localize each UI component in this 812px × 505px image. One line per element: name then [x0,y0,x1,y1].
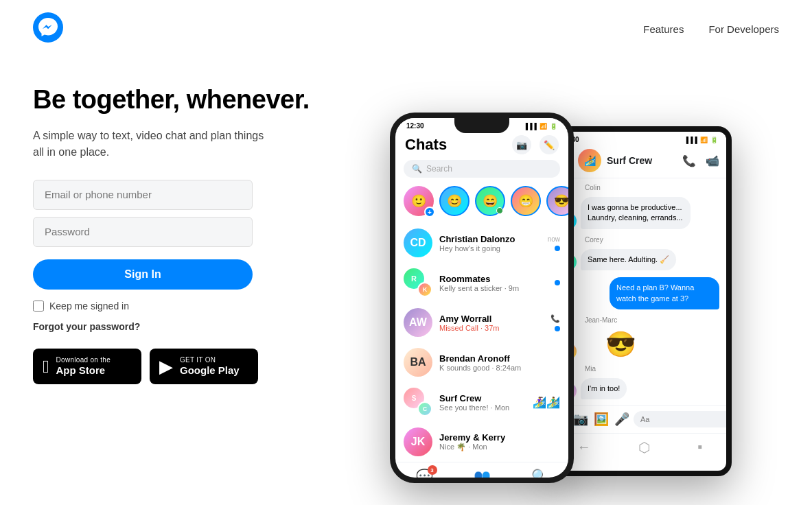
input-bar: ⠿ 📷 🖼️ 🎤 🙂 ⭐ [553,405,726,433]
chat-item[interactable]: R K Roommates Kelly sent a sticker · 9m [395,263,568,303]
unread-indicator [555,280,560,285]
message-bubble: I'm in too! [581,378,627,399]
msg-sender-name: Mia [585,365,719,373]
message-input[interactable] [634,411,732,427]
msg-sender-name: Corey [585,236,719,244]
camera-icon[interactable]: 📷 [512,135,531,154]
status-icons-2: ▐▐▐ 📶 🔋 [684,137,718,143]
search-bar[interactable]: 🔍 Search [404,160,560,178]
nav-recents-icon[interactable]: ▪ [697,439,702,456]
store-buttons:  Download on the App Store ▶ GET IT ON … [33,349,321,384]
chat-name: Jeremy & Kerry [439,432,560,443]
nav-discover-icon[interactable]: 🔍 [531,468,548,483]
msg-row: J 😎 [560,329,719,360]
msg-row: C Same here. Adulting. 🧹 [560,249,719,270]
chats-title: Chats [405,136,447,154]
chat-avatar: BA [404,348,432,377]
story-avatar-1[interactable]: 😊 [439,186,469,216]
msg-row: M I'm in too! [560,378,719,399]
chat-preview: See you there! · Mon [439,403,526,412]
nav-back-icon[interactable]: ← [577,439,591,456]
keep-signed-in-row: Keep me signed in [33,301,321,312]
chat-item[interactable]: S C Surf Crew See you there! · Mon 🏄‍♀️🏄… [395,382,568,422]
chat-header-actions: 📞 📹 [682,154,719,167]
nav-home-icon[interactable]: ⬡ [638,439,650,456]
chat-avatar: AW [404,308,432,337]
developers-link[interactable]: For Developers [708,23,779,35]
chat-name: Surf Crew [439,393,526,403]
chat-item[interactable]: JK Jeremy & Kerry Nice 🌴 · Mon [395,422,568,462]
message-bubble: I was gonna be productive... Laundry, cl… [581,197,691,229]
chat-item[interactable]: AW Amy Worrall Missed Call · 37m 📞 [395,303,568,342]
status-bar-2: 12:30 ▐▐▐ 📶 🔋 [553,132,726,145]
unread-indicator [555,246,560,251]
features-link[interactable]: Features [643,23,684,35]
group-chat-header: ← 🏄 Surf Crew 📞 📹 [553,145,726,178]
group-avatar: R K [404,268,432,297]
page-title: Be together, whenever. [33,85,321,115]
nav-chats-icon[interactable]: 💬 3 [416,468,433,483]
story-avatar-own[interactable]: 🙂 + [404,186,434,216]
phone-group-chat: 12:30 ▐▐▐ 📶 🔋 ← 🏄 Surf Crew 📞 📹 [548,126,732,476]
navbar: Features For Developers [0,0,812,58]
story-avatar-4[interactable]: 😎 [546,186,568,216]
image-icon[interactable]: 🖼️ [594,412,609,427]
camera-icon[interactable]: 📷 [573,412,588,427]
status-icons: ▐▐▐ 📶 🔋 [524,123,557,130]
msg-row: C I was gonna be productive... Laundry, … [560,197,719,229]
keep-signed-label[interactable]: Keep me signed in [49,301,129,312]
google-play-top-text: GET IT ON [180,356,240,364]
chat-info: Surf Crew See you there! · Mon [439,393,526,412]
chat-avatar: JK [404,427,432,456]
bottom-nav: 💬 3 👥 🔍 [395,462,568,483]
nav-people-icon[interactable]: 👥 [474,468,491,483]
phone-call-icon[interactable]: 📞 [682,154,696,167]
chat-avatar: CD [404,228,432,257]
chat-item[interactable]: CD Christian Dalonzo Hey how's it going … [395,223,568,263]
apple-icon:  [43,357,49,375]
story-avatar-2[interactable]: 😄 [475,186,505,216]
chat-name: Brendan Aronoff [439,353,560,364]
chat-preview-missed: Missed Call · 37m [439,324,544,332]
chat-meta: 📞 [550,314,560,331]
phone-screen-2: 12:30 ▐▐▐ 📶 🔋 ← 🏄 Surf Crew 📞 📹 [553,132,726,471]
chat-preview: Kelly sent a sticker · 9m [439,284,548,292]
keep-signed-checkbox[interactable] [33,301,44,312]
chat-info: Jeremy & Kerry Nice 🌴 · Mon [439,432,560,451]
app-store-top-text: Download on the [56,356,111,364]
chat-item[interactable]: BA Brendan Aronoff K sounds good · 8:24a… [395,342,568,382]
app-store-button[interactable]:  Download on the App Store [33,349,141,384]
unread-count-badge: 3 [428,465,437,475]
email-field[interactable] [33,180,253,210]
chat-meta [555,280,560,285]
mic-icon[interactable]: 🎤 [614,412,629,427]
google-play-button[interactable]: ▶ GET IT ON Google Play [150,349,258,384]
story-avatar-3[interactable]: 😁 [511,186,541,216]
stories-row: 🙂 + 😊 😄 😁 😎 [395,183,568,223]
video-call-icon[interactable]: 📹 [706,154,719,167]
chat-name: Roommates [439,274,548,284]
group-avatar: 🏄 [578,149,601,172]
nav-links: Features For Developers [643,23,779,35]
chat-info: Roommates Kelly sent a sticker · 9m [439,274,548,292]
msg-row-sent: Need a plan B? Wanna watch the game at 3… [560,277,719,309]
logo[interactable] [33,12,63,45]
left-panel: Be together, whenever. A simple way to t… [33,71,321,384]
chats-header-icons: 📷 ✏️ [512,135,559,154]
chat-info: Brendan Aronoff K sounds good · 8:24am [439,353,560,372]
message-bubble: Same here. Adulting. 🧹 [581,249,676,270]
compose-icon[interactable]: ✏️ [540,135,559,154]
google-play-bottom-text: Google Play [180,364,240,377]
msg-sender-name: Jean-Marc [585,316,719,324]
sign-in-button[interactable]: Sign In [33,259,253,290]
forgot-password-link[interactable]: Forgot your password? [33,321,321,332]
chats-header: Chats 📷 ✏️ [395,131,568,160]
main-content: Be together, whenever. A simple way to t… [0,58,812,505]
password-field[interactable] [33,217,253,247]
chat-name: Amy Worrall [439,314,544,324]
chat-preview: Nice 🌴 · Mon [439,443,560,451]
bottom-nav-2: ← ⬡ ▪ [553,433,726,460]
search-placeholder: Search [426,164,452,174]
chat-info: Amy Worrall Missed Call · 37m [439,314,544,332]
emoji-message: 😎 [605,329,636,360]
